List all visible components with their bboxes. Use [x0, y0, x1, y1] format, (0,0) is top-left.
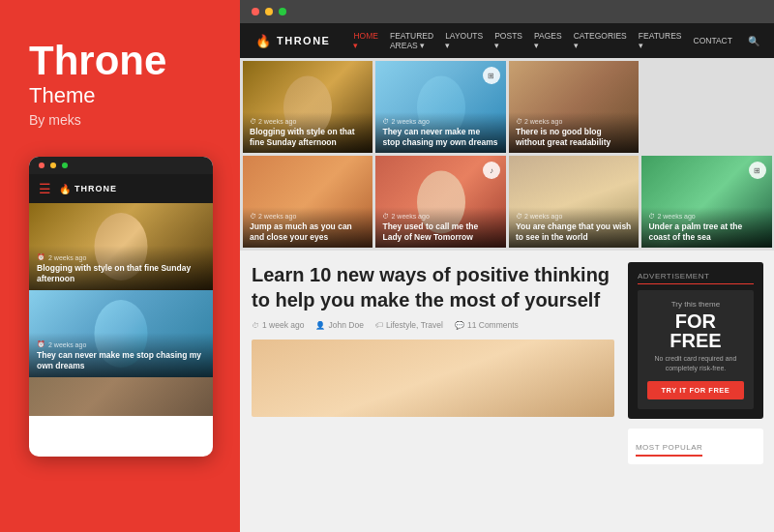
- chrome-dot-green: [279, 8, 286, 15]
- article-section: Learn 10 new ways of positive thinking t…: [252, 262, 614, 532]
- mobile-logo: 🔥 THRONE: [59, 184, 117, 194]
- site-nav-logo: 🔥 THRONE: [255, 34, 330, 48]
- tag-icon: 🏷: [375, 321, 383, 330]
- mobile-top-bar: [29, 157, 213, 174]
- brand-subtitle: Theme: [29, 83, 211, 108]
- grid-7-time: ⏱2 weeks ago: [516, 213, 632, 220]
- grid-item-5[interactable]: ⏱2 weeks ago Jump as much as you can and…: [243, 156, 372, 248]
- grid-7-overlay: ⏱2 weeks ago You are change that you wis…: [509, 207, 639, 248]
- grid-8-overlay: ⏱2 weeks ago Under a palm tree at the co…: [641, 207, 772, 248]
- nav-logo-icon: 🔥: [255, 34, 271, 48]
- mobile-card-1[interactable]: ⏰2 weeks ago Blogging with style on that…: [29, 203, 213, 290]
- nav-item-features[interactable]: FEATURES ▾: [639, 31, 682, 50]
- mobile-dot-green: [62, 163, 68, 168]
- article-meta: ⏱ 1 week ago 👤 John Doe 🏷 Lifestyle, Tra…: [252, 320, 614, 330]
- hamburger-icon[interactable]: ☰: [39, 181, 51, 196]
- mobile-dot-yellow: [50, 163, 56, 168]
- grid-3-time: ⏱2 weeks ago: [516, 118, 632, 125]
- article-photo: [252, 340, 614, 417]
- meta-author: 👤 John Doe: [315, 320, 363, 330]
- grid-item-4: [641, 61, 772, 153]
- ad-cta-button[interactable]: TRY IT FOR FREE: [647, 381, 744, 399]
- mobile-card-3[interactable]: [29, 377, 213, 416]
- mobile-card-1-overlay: ⏰2 weeks ago Blogging with style on that…: [29, 246, 213, 290]
- browser-chrome: [240, 0, 774, 23]
- grid-item-1[interactable]: ⏱2 weeks ago Blogging with style on that…: [243, 61, 372, 153]
- mobile-dot-red: [39, 163, 45, 168]
- site-nav: 🔥 THRONE HOME ▾ FEATURED AREAS ▾ LAYOUTS…: [240, 23, 774, 58]
- advertisement-widget: Advertisement Try this theme FOR FREE No…: [628, 262, 763, 419]
- main-area: Learn 10 new ways of positive thinking t…: [240, 251, 774, 532]
- grid-item-7[interactable]: ⏱2 weeks ago You are change that you wis…: [509, 156, 639, 248]
- left-panel: Throne Theme By meks ☰ 🔥 THRONE ⏰2 weeks…: [0, 0, 240, 532]
- grid-1-overlay: ⏱2 weeks ago Blogging with style on that…: [243, 112, 372, 153]
- meta-comments[interactable]: 💬 11 Comments: [455, 320, 519, 330]
- image-grid: ⏱2 weeks ago Blogging with style on that…: [240, 58, 774, 251]
- brand-section: Throne Theme By meks: [29, 39, 211, 128]
- mobile-preview: ☰ 🔥 THRONE ⏰2 weeks ago Blogging with st…: [29, 157, 213, 457]
- grid-6-title: They used to call me the Lady of New Tom…: [382, 222, 498, 243]
- brand-by: By meks: [29, 112, 211, 128]
- mobile-card-2-overlay: ⏰2 weeks ago They can never make me stop…: [29, 333, 213, 377]
- grid-item-2[interactable]: ⏱2 weeks ago They can never make me stop…: [375, 61, 505, 153]
- grid-5-time: ⏱2 weeks ago: [250, 213, 366, 220]
- nav-items: HOME ▾ FEATURED AREAS ▾ LAYOUTS ▾ POSTS …: [353, 31, 732, 50]
- meta-categories: 🏷 Lifestyle, Travel: [375, 320, 443, 330]
- grid-6-time: ⏱2 weeks ago: [382, 213, 498, 220]
- nav-item-home[interactable]: HOME ▾: [353, 31, 378, 50]
- sidebar: Advertisement Try this theme FOR FREE No…: [628, 262, 763, 532]
- grid-3-title: There is no good blog without great read…: [516, 127, 632, 148]
- grid-6-badge: ♪: [483, 162, 500, 179]
- nav-logo-text: THRONE: [277, 35, 330, 46]
- clock-icon: ⏱: [252, 321, 259, 330]
- popular-label: Most Popular: [636, 443, 702, 457]
- article-image: [252, 340, 614, 417]
- nav-item-contact[interactable]: CONTACT: [694, 36, 732, 45]
- chrome-dot-red: [252, 8, 259, 15]
- grid-2-badge: ⊞: [483, 67, 500, 84]
- ad-sub-text: No credit card required and completely r…: [647, 354, 744, 373]
- grid-item-8[interactable]: ⏱2 weeks ago Under a palm tree at the co…: [641, 156, 772, 248]
- grid-2-title: They can never make me stop chasing my o…: [382, 127, 498, 148]
- grid-2-overlay: ⏱2 weeks ago They can never make me stop…: [375, 112, 505, 153]
- mobile-card-2-title: They can never make me stop chasing my o…: [37, 350, 205, 371]
- grid-5-overlay: ⏱2 weeks ago Jump as much as you can and…: [243, 207, 372, 248]
- grid-2-time: ⏱2 weeks ago: [382, 118, 498, 125]
- mobile-card-1-title: Blogging with style on that fine Sunday …: [37, 263, 205, 284]
- grid-1-title: Blogging with style on that fine Sunday …: [250, 127, 366, 148]
- most-popular-widget: Most Popular: [628, 429, 763, 464]
- article-title: Learn 10 new ways of positive thinking t…: [252, 262, 614, 312]
- nav-item-pages[interactable]: PAGES ▾: [534, 31, 562, 50]
- user-icon: 👤: [315, 321, 325, 330]
- grid-5-title: Jump as much as you can and close your e…: [250, 222, 366, 243]
- meta-time: ⏱ 1 week ago: [252, 320, 304, 330]
- ad-free-text: FOR FREE: [647, 311, 744, 350]
- ad-try-text: Try this theme: [647, 300, 744, 309]
- mobile-card-1-time: ⏰2 weeks ago: [37, 253, 205, 261]
- grid-1-time: ⏱2 weeks ago: [250, 118, 366, 125]
- browser-panel: 🔥 THRONE HOME ▾ FEATURED AREAS ▾ LAYOUTS…: [240, 0, 774, 532]
- grid-8-badge: ⊞: [749, 162, 766, 179]
- search-icon[interactable]: 🔍: [748, 36, 759, 46]
- mobile-logo-text: THRONE: [74, 184, 117, 193]
- mobile-card-2[interactable]: ⏰2 weeks ago They can never make me stop…: [29, 290, 213, 377]
- grid-3-overlay: ⏱2 weeks ago There is no good blog witho…: [509, 112, 639, 153]
- mobile-logo-icon: 🔥: [59, 184, 71, 194]
- grid-6-overlay: ⏱2 weeks ago They used to call me the La…: [375, 207, 505, 248]
- ad-label: Advertisement: [638, 272, 754, 284]
- comment-icon: 💬: [455, 321, 464, 330]
- brand-title: Throne: [29, 39, 211, 83]
- nav-item-posts[interactable]: POSTS ▾: [494, 31, 522, 50]
- grid-item-6[interactable]: ⏱2 weeks ago They used to call me the La…: [375, 156, 505, 248]
- chrome-dot-yellow: [265, 8, 273, 15]
- mobile-card-2-time: ⏰2 weeks ago: [37, 340, 205, 348]
- grid-7-title: You are change that you wish to see in t…: [516, 222, 632, 243]
- grid-8-title: Under a palm tree at the coast of the se…: [648, 222, 765, 243]
- grid-8-time: ⏱2 weeks ago: [648, 213, 765, 220]
- nav-item-featured[interactable]: FEATURED AREAS ▾: [390, 31, 433, 50]
- grid-item-3[interactable]: ⏱2 weeks ago There is no good blog witho…: [509, 61, 639, 153]
- browser-content: 🔥 THRONE HOME ▾ FEATURED AREAS ▾ LAYOUTS…: [240, 23, 774, 532]
- nav-item-layouts[interactable]: LAYOUTS ▾: [445, 31, 483, 50]
- nav-item-categories[interactable]: CATEGORIES ▾: [574, 31, 627, 50]
- mobile-nav: ☰ 🔥 THRONE: [29, 174, 213, 203]
